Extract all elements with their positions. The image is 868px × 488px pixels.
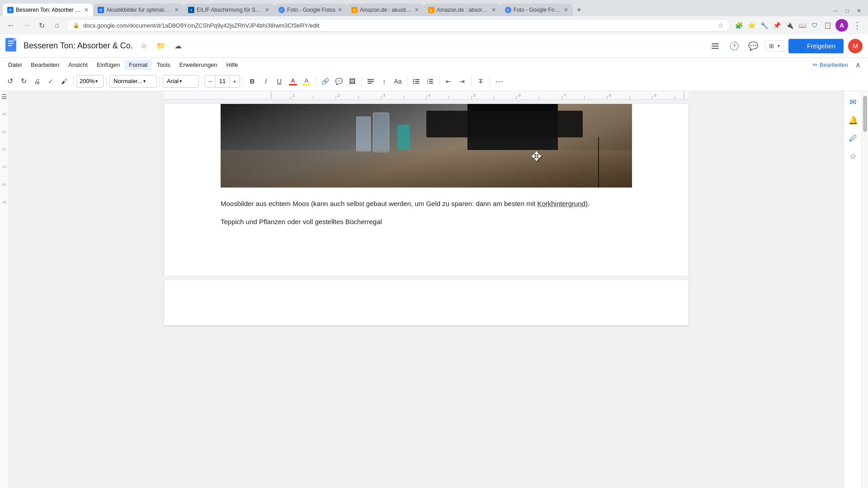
highlight-btn[interactable]: A	[300, 75, 313, 88]
toolbar-collapse-btn[interactable]: ∧	[852, 58, 864, 71]
tab-5[interactable]: a Amazon.de : akustikvorhang ✕	[347, 4, 424, 16]
history-btn[interactable]: 🕐	[727, 39, 741, 53]
font-selector[interactable]: Arial ▾	[163, 75, 199, 88]
user-avatar[interactable]: M	[848, 39, 863, 53]
svg-point-13	[413, 80, 415, 82]
extension-icon-7[interactable]: 🛡	[809, 20, 820, 31]
svg-rect-12	[415, 79, 420, 80]
list-btn[interactable]	[410, 75, 423, 88]
extension-icon-6[interactable]: 📖	[797, 20, 807, 31]
tab-3-close[interactable]: ✕	[265, 7, 269, 13]
bold-btn[interactable]: B	[246, 75, 259, 88]
format-options-btn[interactable]: Aa	[392, 75, 404, 88]
right-panel-icon-star[interactable]: ☆	[846, 149, 860, 164]
link-btn[interactable]: 🔗	[319, 75, 331, 88]
menu-item-datei[interactable]: Datei	[4, 60, 26, 70]
address-text[interactable]: docs.google.com/document/d/1aD8O9YcinZCS…	[83, 22, 714, 29]
bookmark-icon[interactable]: ☆	[718, 22, 724, 29]
underline-btn[interactable]: U	[273, 75, 286, 88]
menu-item-einfuegen[interactable]: Einfügen	[92, 60, 124, 70]
tab-3-title: EILIF Abschirmung für Schreib...	[197, 7, 263, 13]
tab-3[interactable]: I EILIF Abschirmung für Schreib... ✕	[184, 4, 274, 16]
right-panel-icon-email[interactable]: ✉	[846, 95, 860, 109]
text-color-btn[interactable]: A	[287, 75, 299, 88]
extension-icon-3[interactable]: 🔧	[759, 20, 769, 31]
right-panel-add-btn[interactable]: +	[846, 486, 860, 488]
tab-2-close[interactable]: ✕	[175, 7, 179, 13]
font-size-control: − 11 +	[205, 75, 240, 88]
menu-item-hilfe[interactable]: Hilfe	[222, 60, 243, 70]
image-btn[interactable]: 🖼	[346, 75, 359, 88]
menu-item-ansicht[interactable]: Ansicht	[64, 60, 92, 70]
menu-item-bearbeiten[interactable]: Bearbeiten	[26, 60, 64, 70]
settings-btn[interactable]: ⋮	[851, 19, 863, 32]
browser-profile[interactable]: A	[835, 19, 848, 32]
undo-btn[interactable]: ↺	[4, 75, 16, 88]
paint-format-btn[interactable]: 🖌	[58, 75, 71, 88]
indent-less-btn[interactable]: ⇤	[442, 75, 455, 88]
close-btn[interactable]: ✕	[854, 5, 864, 16]
line-spacing-btn[interactable]: ↕	[378, 75, 391, 88]
extension-icon-1[interactable]: 🧩	[733, 20, 744, 31]
tab-4[interactable]: P Foto - Google Fotos ✕	[274, 4, 347, 16]
doc-folder-btn[interactable]: 📁	[155, 40, 167, 52]
menu-item-tools[interactable]: Tools	[152, 60, 175, 70]
menu-item-erweiterungen[interactable]: Erweiterungen	[175, 60, 222, 70]
extension-icon-5[interactable]: 🔌	[784, 20, 795, 31]
reload-btn[interactable]: ↻	[35, 19, 48, 32]
numbered-list-btn[interactable]: 1.2.3.	[424, 75, 436, 88]
doc-cloud-btn[interactable]: ☁	[172, 40, 184, 52]
tab-5-close[interactable]: ✕	[415, 7, 419, 13]
redo-btn[interactable]: ↻	[17, 75, 30, 88]
maximize-btn[interactable]: □	[842, 5, 853, 16]
view-mode-btn[interactable]: ⊞ ▾	[765, 40, 784, 52]
address-bar[interactable]: 🔒 docs.google.com/document/d/1aD8O9YcinZ…	[66, 19, 731, 32]
doc-scroll-area[interactable]: 1 2 3 4 5	[9, 91, 844, 488]
extension-icon-2[interactable]: ⭐	[746, 20, 757, 31]
style-selector[interactable]: Normaler... ▾	[109, 75, 157, 88]
back-btn[interactable]: ←	[5, 19, 17, 32]
tab-6[interactable]: a Amazon.de : absorber akustik ✕	[424, 4, 500, 16]
italic-btn[interactable]: I	[259, 75, 272, 88]
forward-btn[interactable]: →	[20, 19, 33, 32]
align-btn[interactable]	[364, 75, 377, 88]
font-size-value[interactable]: 11	[215, 75, 230, 87]
comment-toolbar-btn[interactable]: 💬	[332, 75, 345, 88]
extension-icon-4[interactable]: 📌	[771, 20, 782, 31]
vertical-scrollbar[interactable]	[862, 91, 868, 488]
font-size-decrease[interactable]: −	[205, 75, 215, 87]
sidebar-toggle[interactable]: ☰	[1, 93, 7, 100]
clear-format-btn[interactable]: T̶	[474, 75, 487, 88]
minimize-btn[interactable]: ─	[830, 5, 841, 16]
zoom-selector[interactable]: 200% ▾	[76, 75, 104, 88]
tab-4-favicon: P	[278, 7, 285, 13]
scrollbar-thumb[interactable]	[863, 96, 867, 132]
extension-icon-8[interactable]: 📋	[822, 20, 833, 31]
paragraph-1-link[interactable]: Korkhintergrund)	[537, 200, 588, 207]
tab-7-close[interactable]: ✕	[564, 7, 568, 13]
menu-bar: Datei Bearbeiten Ansicht Einfügen Format…	[0, 58, 868, 71]
home-btn[interactable]: ⌂	[51, 19, 63, 32]
right-panel-icon-bell[interactable]: 🔔	[846, 113, 860, 127]
docs-toolbar-toggle[interactable]	[708, 39, 722, 53]
right-panel-icon-edit[interactable]: 🖊	[846, 131, 860, 145]
comment-btn[interactable]: 💬	[746, 39, 760, 53]
font-size-increase[interactable]: +	[230, 75, 240, 87]
tab-4-close[interactable]: ✕	[338, 7, 342, 13]
tab-1-close[interactable]: ✕	[84, 7, 89, 13]
more-options-btn[interactable]: ⋯	[493, 75, 505, 88]
svg-rect-6	[712, 46, 719, 47]
doc-star-btn[interactable]: ☆	[137, 40, 150, 52]
share-button[interactable]: 👤 Freigeben	[788, 39, 844, 53]
left-ruler: ☰ 20 21 22 23 24 25	[0, 91, 9, 488]
new-tab-button[interactable]: +	[573, 4, 585, 16]
tab-2[interactable]: D Akustikbilder für optimale Rau... ✕	[93, 4, 184, 16]
spellcheck-btn[interactable]: ✓	[44, 75, 57, 88]
indent-more-btn[interactable]: ⇥	[456, 75, 468, 88]
tab-6-close[interactable]: ✕	[491, 7, 496, 13]
menu-item-format[interactable]: Format	[124, 60, 152, 70]
edit-pencil-btn[interactable]: ✏ Bearbeiten	[809, 60, 852, 70]
tab-7[interactable]: P Foto - Google Fotos ✕	[500, 4, 573, 16]
print-btn[interactable]: 🖨	[31, 75, 43, 88]
tab-1[interactable]: D Besseren Ton: Absorber & Co... ✕	[3, 4, 93, 16]
